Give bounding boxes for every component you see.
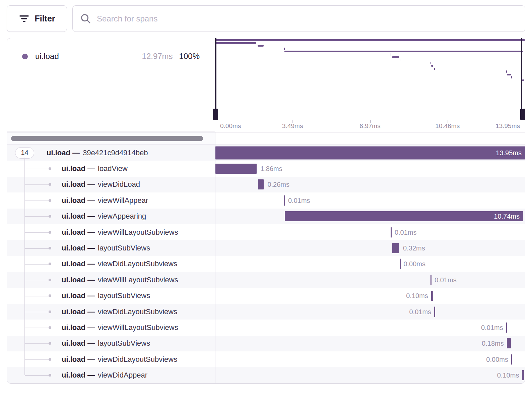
- minimap-left-drag-handle[interactable]: [213, 109, 218, 120]
- span-row[interactable]: ui.load —viewWillAppear0.01ms: [7, 192, 525, 208]
- tree-branch: [25, 328, 49, 328]
- tree-branch-dot: [49, 215, 51, 218]
- span-row[interactable]: ui.load —viewWillLayoutSubviews0.01ms: [7, 320, 525, 335]
- span-label: ui.load —viewDidLayoutSubviews: [62, 351, 177, 367]
- span-bar[interactable]: [215, 164, 257, 174]
- minimap-span: [284, 48, 285, 50]
- minimap-span: [434, 68, 435, 70]
- axis-tick-mark: [448, 120, 448, 123]
- tree-branch-dot: [49, 199, 51, 202]
- span-tree-cell: ui.load —viewWillLayoutSubviews: [7, 224, 215, 240]
- span-tree-cell: ui.load —layoutSubViews: [7, 336, 215, 351]
- tree-branch: [25, 359, 49, 360]
- minimap-span: [522, 79, 524, 81]
- span-row[interactable]: ui.load —viewAppearing10.74ms: [7, 209, 525, 224]
- trace-view-page: Filter ui.load 12.97ms 100%: [0, 0, 532, 384]
- span-tree-cell: ui.load —viewWillLayoutSubviews: [7, 272, 215, 288]
- minimap-left-handle-line: [215, 38, 216, 120]
- op-color-dot: [22, 54, 28, 59]
- minimap-span: [507, 74, 511, 75]
- tree-branch-dot: [49, 374, 51, 377]
- span-bar[interactable]: 10.74ms: [285, 211, 523, 221]
- tree-branch: [25, 216, 49, 217]
- span-row[interactable]: ui.load —viewDidLayoutSubviews0.01ms: [7, 304, 525, 320]
- search-input[interactable]: [97, 14, 518, 23]
- span-bar[interactable]: [284, 195, 285, 206]
- span-duration-label: 0.00ms: [403, 260, 425, 268]
- minimap-panel: ui.load 12.97ms 100% 0.00ms3.49ms6.97ms1…: [7, 38, 525, 131]
- span-row[interactable]: ui.load —viewDidLayoutSubviews0.00ms: [7, 256, 525, 272]
- span-duration-label: 0.01ms: [409, 308, 431, 316]
- span-row[interactable]: ui.load —layoutSubViews0.10ms: [7, 288, 525, 304]
- filter-button[interactable]: Filter: [7, 5, 67, 32]
- search-box: [72, 5, 525, 32]
- minimap-span: [215, 42, 256, 44]
- tree-branch: [25, 184, 49, 185]
- axis-tick-mark: [370, 120, 371, 123]
- trace-op-name: ui.load: [35, 52, 59, 61]
- span-row[interactable]: ui.load —layoutSubViews0.32ms: [7, 240, 525, 256]
- span-label: ui.load —viewWillAppear: [62, 192, 148, 208]
- span-bar[interactable]: [507, 338, 511, 348]
- trace-minimap[interactable]: [215, 38, 525, 120]
- span-label: ui.load —viewDidLoad: [62, 177, 140, 192]
- filter-icon: [18, 14, 30, 23]
- span-label: ui.load —layoutSubViews: [62, 240, 150, 256]
- span-row[interactable]: ui.load —viewDidLoad0.26ms: [7, 177, 525, 192]
- span-label: ui.load —layoutSubViews: [62, 336, 150, 351]
- span-row[interactable]: ui.load —layoutSubViews0.18ms: [7, 336, 525, 351]
- span-label: ui.load —viewWillLayoutSubviews: [62, 224, 178, 240]
- span-label: ui.load —loadView: [62, 161, 128, 176]
- span-bar[interactable]: [431, 291, 434, 301]
- span-bar[interactable]: [400, 259, 401, 269]
- span-row[interactable]: ui.load —viewWillLayoutSubviews0.01ms: [7, 224, 525, 240]
- minimap-column: 0.00ms3.49ms6.97ms10.46ms13.95ms: [215, 38, 525, 132]
- horizontal-scrollbar-thumb[interactable]: [11, 136, 203, 141]
- tree-branch: [25, 296, 49, 296]
- trace-percent: 100%: [179, 52, 200, 61]
- span-bar[interactable]: [506, 322, 507, 333]
- span-bar[interactable]: [430, 275, 431, 285]
- span-tree-cell: ui.load —viewDidAppear: [7, 367, 215, 383]
- axis-tick-label: 13.95ms: [495, 122, 520, 130]
- minimap-span: [258, 45, 263, 47]
- children-count-badge[interactable]: 14: [15, 147, 34, 159]
- span-bar[interactable]: 13.95ms: [215, 146, 525, 159]
- span-bar[interactable]: [434, 306, 435, 317]
- span-bar[interactable]: [522, 370, 524, 380]
- span-row[interactable]: ui.load —loadView1.86ms: [7, 161, 525, 176]
- span-bar[interactable]: [391, 227, 392, 237]
- span-bar[interactable]: [511, 354, 512, 364]
- span-label: ui.load —viewDidLayoutSubviews: [62, 304, 177, 320]
- span-bar[interactable]: [392, 243, 399, 253]
- span-row[interactable]: 14ui.load —39e421c9d4914beb13.95ms: [7, 145, 525, 161]
- span-tree-cell: ui.load —viewAppearing: [7, 209, 215, 224]
- span-tree-cell: ui.load —viewDidLayoutSubviews: [7, 256, 215, 272]
- span-waterfall-cell: 0.10ms: [215, 367, 525, 383]
- minimap-span: [430, 62, 431, 64]
- tree-branch-dot: [49, 247, 51, 249]
- span-tree-cell: ui.load —loadView: [7, 161, 215, 176]
- axis-tick-label: 10.46ms: [435, 122, 460, 130]
- span-waterfall-cell: 0.01ms: [215, 224, 525, 240]
- span-waterfall-cell: 0.26ms: [215, 177, 525, 192]
- minimap-span: [284, 51, 523, 52]
- minimap-right-drag-handle[interactable]: [520, 109, 525, 120]
- axis-tick-mark: [292, 120, 293, 123]
- tree-branch-dot: [49, 310, 51, 313]
- span-tree-cell: ui.load —layoutSubViews: [7, 288, 215, 304]
- minimap-span: [511, 76, 512, 78]
- span-tree-cell: ui.load —viewDidLayoutSubviews: [7, 351, 215, 367]
- span-duration-label: 13.95ms: [496, 149, 525, 157]
- span-waterfall-cell: 0.18ms: [215, 336, 525, 351]
- tree-branch-dot: [49, 263, 51, 265]
- span-row[interactable]: ui.load —viewWillLayoutSubviews0.01ms: [7, 272, 525, 288]
- span-tree-cell: ui.load —viewDidLoad: [7, 177, 215, 192]
- span-bar[interactable]: [258, 179, 264, 189]
- span-row[interactable]: ui.load —viewDidLayoutSubviews0.00ms: [7, 351, 525, 367]
- span-waterfall-cell: 0.01ms: [215, 192, 525, 208]
- span-duration-label: 0.01ms: [395, 228, 417, 236]
- span-row[interactable]: ui.load —viewDidAppear0.10ms: [7, 367, 525, 383]
- span-label: ui.load —viewAppearing: [62, 209, 146, 224]
- tree-branch: [25, 264, 49, 265]
